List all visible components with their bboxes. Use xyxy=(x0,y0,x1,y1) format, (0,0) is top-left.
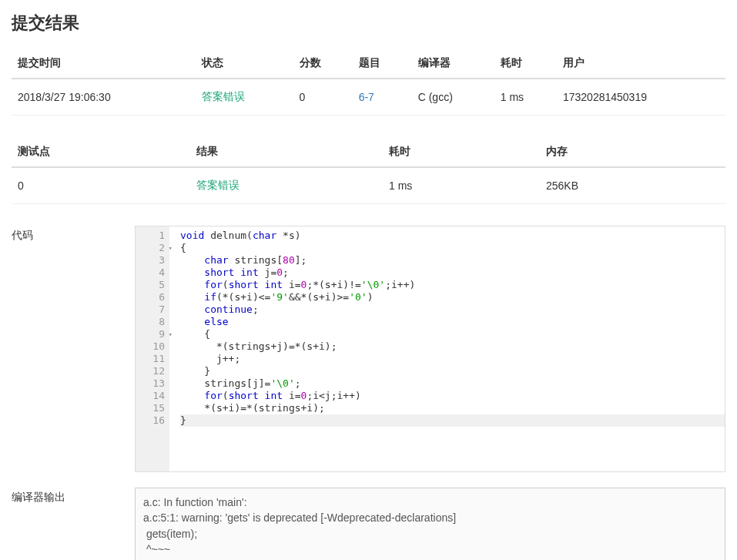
th-problem: 题目 xyxy=(353,49,412,79)
cell-result: 答案错误 xyxy=(190,167,383,204)
th-user: 用户 xyxy=(557,49,725,79)
th-status: 状态 xyxy=(196,49,293,79)
th-elapsed: 耗时 xyxy=(383,137,540,167)
cell-elapsed: 1 ms xyxy=(383,167,540,204)
th-compiler: 编译器 xyxy=(412,49,494,79)
cell-testpoint: 0 xyxy=(12,167,190,204)
cell-elapsed: 1 ms xyxy=(494,79,557,116)
th-testpoint: 测试点 xyxy=(12,137,190,167)
page-title: 提交结果 xyxy=(12,12,725,35)
table-row: 0 答案错误 1 ms 256KB xyxy=(12,167,725,204)
code-gutter: 12345678910111213141516 xyxy=(136,226,169,471)
testcase-table: 测试点 结果 耗时 内存 0 答案错误 1 ms 256KB xyxy=(12,137,725,204)
cell-user: 17320281450319 xyxy=(557,79,725,116)
compiler-output-label: 编译器输出 xyxy=(12,488,135,505)
cell-score: 0 xyxy=(293,79,353,116)
th-score: 分数 xyxy=(293,49,353,79)
th-elapsed: 耗时 xyxy=(494,49,557,79)
table-row: 2018/3/27 19:06:30 答案错误 0 6-7 C (gcc) 1 … xyxy=(12,79,725,116)
problem-link[interactable]: 6-7 xyxy=(359,91,374,103)
cell-compiler: C (gcc) xyxy=(412,79,494,116)
code-editor[interactable]: 12345678910111213141516 void delnum(char… xyxy=(135,226,725,472)
th-result: 结果 xyxy=(190,137,383,167)
submission-table: 提交时间 状态 分数 题目 编译器 耗时 用户 2018/3/27 19:06:… xyxy=(12,49,725,116)
code-label: 代码 xyxy=(12,226,135,243)
cell-memory: 256KB xyxy=(540,167,725,204)
cell-status: 答案错误 xyxy=(196,79,293,116)
code-area[interactable]: void delnum(char *s){ char strings[80]; … xyxy=(169,226,725,471)
cell-problem[interactable]: 6-7 xyxy=(353,79,412,116)
status-badge: 答案错误 xyxy=(202,90,245,102)
cell-time: 2018/3/27 19:06:30 xyxy=(12,79,196,116)
compiler-output[interactable] xyxy=(135,488,725,560)
status-badge: 答案错误 xyxy=(196,179,240,191)
th-memory: 内存 xyxy=(540,137,725,167)
th-time: 提交时间 xyxy=(12,49,196,79)
